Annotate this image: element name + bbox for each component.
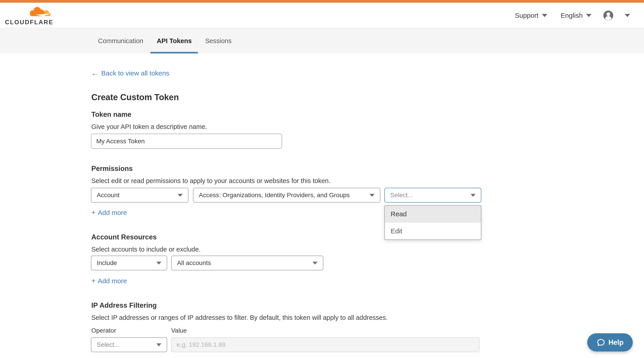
chevron-down-icon (542, 14, 547, 17)
ip-value-input (171, 337, 480, 352)
cloudflare-logo[interactable]: CLOUDFLARE (5, 6, 52, 26)
permission-scope-value: Account (97, 192, 120, 199)
help-button[interactable]: Help (587, 333, 633, 351)
token-name-description: Give your API token a descriptive name. (91, 123, 207, 131)
language-label: English (561, 12, 583, 19)
top-accent-bar (0, 0, 644, 3)
plus-icon: + (91, 277, 96, 285)
account-menu[interactable] (603, 10, 630, 21)
chevron-down-icon (156, 343, 161, 346)
permission-resource-value: Access: Organizations, Identity Provider… (199, 192, 350, 199)
tab-sessions[interactable]: Sessions (199, 28, 238, 54)
tab-communication[interactable]: Communication (92, 28, 150, 54)
account-resources-heading: Account Resources (91, 233, 156, 241)
permission-scope-select[interactable]: Account (91, 188, 188, 203)
account-resources-mode-value: Include (97, 259, 117, 267)
ip-filtering-description: Select IP addresses or ranges of IP addr… (91, 314, 388, 321)
operator-label: Operator (91, 327, 116, 334)
chat-bubble-icon (596, 338, 606, 347)
permissions-add-more-link[interactable]: + Add more (91, 208, 127, 217)
permissions-heading: Permissions (91, 165, 132, 173)
permission-level-placeholder: Select... (390, 192, 413, 199)
chevron-down-icon (370, 194, 374, 197)
back-to-tokens-link[interactable]: ← Back to view all tokens (91, 69, 169, 78)
tab-bar: Communication API Tokens Sessions (0, 28, 644, 53)
chevron-down-icon (178, 194, 183, 197)
user-avatar-icon (603, 10, 614, 21)
account-resources-accounts-value: All accounts (177, 259, 211, 267)
language-dropdown[interactable]: English (561, 12, 592, 19)
ip-operator-select[interactable]: Select... (91, 337, 167, 352)
add-more-label: Add more (98, 209, 127, 216)
menu-option-edit[interactable]: Edit (385, 223, 481, 239)
support-dropdown[interactable]: Support (515, 12, 547, 19)
ip-filtering-heading: IP Address Filtering (91, 301, 156, 309)
chevron-down-icon (470, 194, 476, 197)
token-name-input[interactable] (91, 134, 282, 149)
account-resources-mode-select[interactable]: Include (91, 256, 167, 270)
back-link-label: Back to view all tokens (101, 69, 169, 77)
header: CLOUDFLARE Support English (0, 3, 644, 28)
tabs: Communication API Tokens Sessions (92, 28, 238, 54)
cloudflare-cloud-icon (29, 6, 52, 19)
support-label: Support (515, 12, 538, 19)
account-resources-accounts-select[interactable]: All accounts (171, 256, 323, 270)
permissions-description: Select edit or read permissions to apply… (91, 177, 330, 185)
chevron-down-icon (586, 14, 592, 17)
help-label: Help (608, 338, 623, 346)
permission-level-menu: Read Edit (384, 205, 481, 240)
logo-wordmark: CLOUDFLARE (5, 19, 52, 26)
plus-icon: + (91, 208, 96, 217)
tab-api-tokens[interactable]: API Tokens (150, 28, 198, 54)
ip-operator-placeholder: Select... (97, 341, 120, 348)
chevron-down-icon (156, 262, 161, 265)
add-more-label: Add more (98, 277, 127, 285)
left-arrow-icon: ← (91, 69, 99, 78)
menu-option-read[interactable]: Read (385, 206, 481, 223)
permission-level-select[interactable]: Select... (384, 188, 481, 203)
chevron-down-icon (625, 14, 630, 17)
header-controls: Support English (515, 3, 630, 28)
account-resources-description: Select accounts to include or exclude. (91, 246, 200, 253)
chevron-down-icon (312, 262, 318, 265)
value-label: Value (171, 327, 187, 334)
token-name-heading: Token name (91, 111, 132, 119)
page-title: Create Custom Token (91, 93, 179, 102)
permission-resource-select[interactable]: Access: Organizations, Identity Provider… (193, 188, 380, 203)
account-resources-add-more-link[interactable]: + Add more (91, 277, 127, 285)
